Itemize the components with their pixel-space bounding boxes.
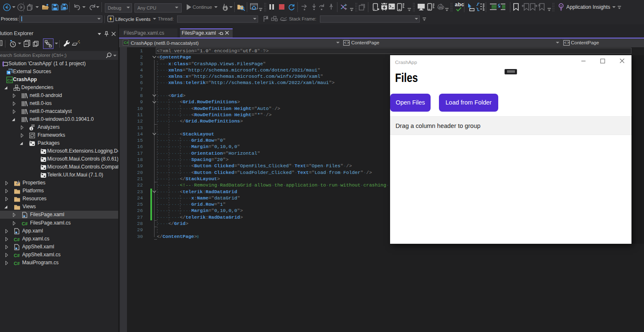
svg-text:C#: C#: [22, 221, 28, 226]
svg-text:C#: C#: [8, 78, 13, 82]
svg-text:C#: C#: [14, 253, 20, 258]
svg-text:IPA: IPA: [439, 7, 443, 9]
svg-text:C#: C#: [14, 260, 20, 266]
svg-text:C#: C#: [14, 237, 20, 242]
